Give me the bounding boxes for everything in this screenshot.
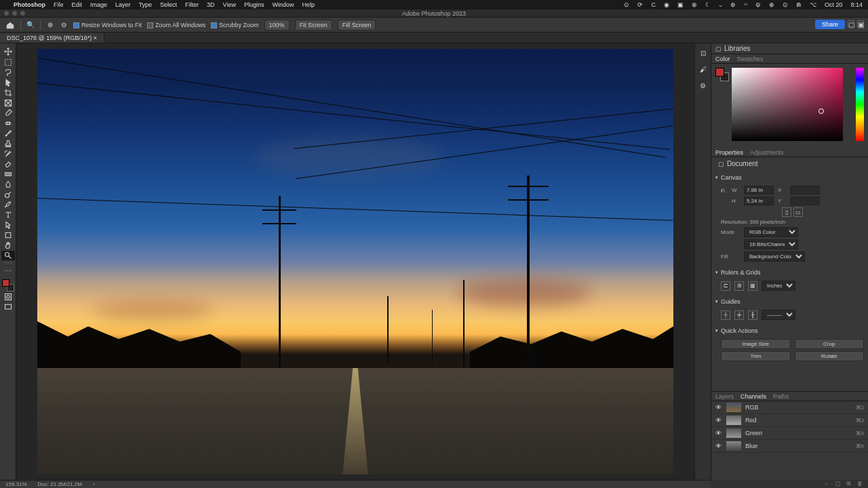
visibility-icon[interactable]: 👁 <box>715 430 722 436</box>
quick-actions-section[interactable]: Quick Actions <box>715 326 864 336</box>
menu-edit[interactable]: Edit <box>72 1 83 8</box>
canvas-section[interactable]: Canvas <box>715 173 864 182</box>
lasso-tool[interactable] <box>1 68 15 77</box>
new-channel-icon[interactable]: ⊞ <box>846 481 853 487</box>
date[interactable]: Oct 20 <box>825 1 843 8</box>
channel-row[interactable]: 👁Green⌘4 <box>711 427 868 440</box>
healing-tool[interactable] <box>1 119 15 128</box>
bluetooth-icon[interactable]: ⌵ <box>719 1 722 8</box>
menu-type[interactable]: Type <box>139 1 153 8</box>
visibility-icon[interactable]: 👁 <box>715 443 722 449</box>
link-icon[interactable]: ⎌ <box>721 186 728 194</box>
y-input[interactable] <box>790 197 820 205</box>
chevron-right-icon[interactable]: › <box>93 481 95 487</box>
home-icon[interactable] <box>5 20 15 30</box>
status-icon[interactable]: ⊚ <box>755 1 761 8</box>
shape-tool[interactable] <box>1 230 15 240</box>
menu-3d[interactable]: 3D <box>207 1 215 8</box>
delete-icon[interactable]: 🗑 <box>857 481 864 487</box>
edit-toolbar[interactable]: ⋯ <box>1 266 15 276</box>
crop-button[interactable]: Crop <box>795 339 865 349</box>
guide-icon[interactable]: ┼ <box>721 310 730 320</box>
zoom-in-icon[interactable]: ⊕ <box>46 21 54 29</box>
channel-row[interactable]: 👁RGB⌘2 <box>711 401 868 414</box>
menu-window[interactable]: Window <box>273 1 294 8</box>
color-field[interactable] <box>732 68 843 141</box>
menu-image[interactable]: Image <box>90 1 107 8</box>
status-icon[interactable]: ⟳ <box>637 1 643 8</box>
eyedropper-tool[interactable] <box>1 108 15 118</box>
app-menu[interactable]: Photoshop <box>14 1 45 8</box>
crop-tool[interactable] <box>1 88 15 98</box>
menu-select[interactable]: Select <box>160 1 177 8</box>
status-icon[interactable]: ◉ <box>664 1 669 8</box>
move-tool[interactable] <box>1 46 15 57</box>
document-tab[interactable]: DSC_1078 @ 159% (RGB/16*) × <box>0 33 104 43</box>
guide-icon[interactable]: ╫ <box>748 310 757 320</box>
frame-tool[interactable] <box>1 98 15 108</box>
status-icon[interactable]: ▣ <box>677 1 684 8</box>
menu-file[interactable]: File <box>54 1 64 8</box>
screen-mode[interactable] <box>1 302 15 312</box>
share-button[interactable]: Share <box>815 20 845 29</box>
x-input[interactable] <box>790 186 820 195</box>
orientation-landscape[interactable]: ▭ <box>793 207 803 217</box>
visibility-icon[interactable]: 👁 <box>715 417 722 424</box>
menu-view[interactable]: View <box>223 1 236 8</box>
eraser-tool[interactable] <box>1 159 15 169</box>
hue-slider[interactable] <box>856 68 864 141</box>
units-select[interactable]: Inches <box>762 281 795 291</box>
blur-tool[interactable] <box>1 180 15 189</box>
status-icon[interactable]: ⊕ <box>692 1 697 8</box>
document-canvas[interactable] <box>37 49 673 474</box>
properties-tab[interactable]: Properties <box>715 149 743 156</box>
bits-select[interactable]: 16 Bits/Channel <box>744 239 798 249</box>
brush-tool[interactable] <box>1 129 15 138</box>
status-icon[interactable]: ⊙ <box>624 1 629 8</box>
status-icon[interactable]: ⊛ <box>730 1 736 8</box>
workspace-controls[interactable]: ▢▣ <box>848 20 864 27</box>
fill-select[interactable]: Background Color <box>744 251 805 262</box>
fit-screen-button[interactable]: Fit Screen <box>295 20 332 30</box>
control-center-icon[interactable]: ⌥ <box>810 1 816 8</box>
ruler-icon[interactable]: ⊏ <box>721 281 730 291</box>
zoom-out-icon[interactable]: ⊖ <box>60 21 68 29</box>
quick-select-tool[interactable] <box>1 78 15 87</box>
color-tab[interactable]: Color <box>715 56 730 62</box>
guides-section[interactable]: Guides <box>715 297 864 306</box>
canvas-area[interactable] <box>16 43 694 480</box>
menu-plugins[interactable]: Plugins <box>244 1 264 8</box>
brush-panel-icon[interactable]: 🖌 <box>698 64 709 75</box>
paths-tab[interactable]: Paths <box>773 393 789 400</box>
color-swatches[interactable] <box>2 279 14 291</box>
panel-icon[interactable]: ⊡ <box>698 47 709 58</box>
status-icon[interactable]: C <box>651 1 656 8</box>
save-selection-icon[interactable]: ▢ <box>835 481 842 487</box>
hand-tool[interactable] <box>1 241 15 250</box>
gradient-tool[interactable] <box>1 169 15 179</box>
guide-select[interactable]: ——— <box>762 310 795 320</box>
headphones-icon[interactable]: ⋒ <box>796 1 802 8</box>
layers-tab[interactable]: Layers <box>715 393 734 400</box>
image-size-button[interactable]: Image Size <box>721 339 791 349</box>
wifi-icon[interactable]: ⌔ <box>744 1 747 8</box>
zoom-tool[interactable] <box>1 251 15 260</box>
rotate-button[interactable]: Rotate <box>795 351 865 361</box>
swatches-tab[interactable]: Swatches <box>737 56 764 62</box>
grid2-icon[interactable]: ▦ <box>748 281 757 291</box>
doc-size[interactable]: Doc: 21.2M/21.2M <box>38 481 82 487</box>
channel-row[interactable]: 👁Blue⌘5 <box>711 440 868 453</box>
load-selection-icon[interactable]: ○ <box>825 481 831 487</box>
guide-icon[interactable]: ╪ <box>734 310 744 320</box>
rulers-section[interactable]: Rulers & Grids <box>715 268 864 277</box>
zoom-all-checkbox[interactable]: Zoom All Windows <box>147 21 205 28</box>
resize-windows-checkbox[interactable]: Resize Windows to Fit <box>73 21 142 28</box>
orientation-portrait[interactable]: ▯ <box>782 207 791 217</box>
status-icon[interactable]: ⊕ <box>769 1 774 8</box>
user-icon[interactable]: ⊙ <box>783 1 788 8</box>
libraries-panel[interactable]: ▢ Libraries <box>711 43 868 54</box>
quick-mask[interactable] <box>1 292 15 302</box>
moon-icon[interactable]: ☾ <box>705 1 711 8</box>
grid-icon[interactable]: ⊞ <box>734 281 744 291</box>
history-brush-tool[interactable] <box>1 149 15 159</box>
